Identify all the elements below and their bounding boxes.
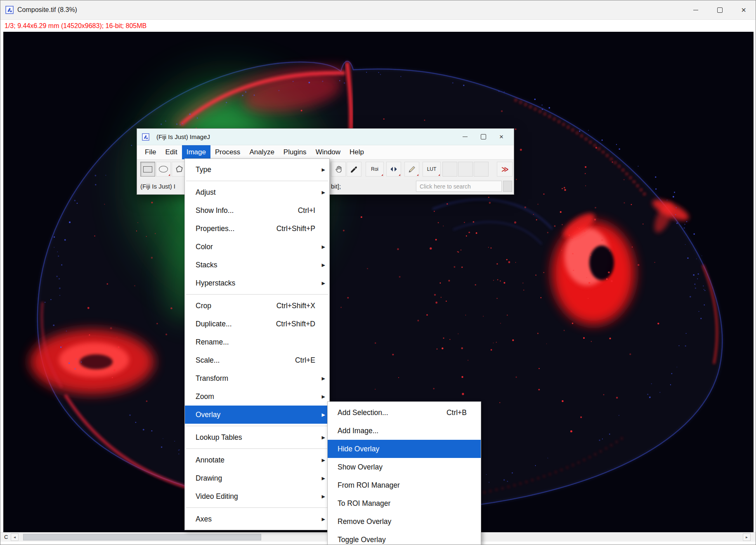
menu-item-label: Axes <box>196 515 212 524</box>
menu-item-label: Color <box>196 243 213 251</box>
scroll-left-button[interactable]: ◄ <box>11 533 19 541</box>
menu-item-label: Overlay <box>196 411 220 419</box>
menu-item-label: Hyperstacks <box>196 279 235 288</box>
menu-plugins[interactable]: Plugins <box>279 145 311 159</box>
menu-item-adjust[interactable]: Adjust▶ <box>185 183 329 201</box>
menu-item-lookup-tables[interactable]: Lookup Tables▶ <box>185 428 329 446</box>
scrollbar-thumb[interactable] <box>23 534 261 540</box>
status-text-right: bit]; <box>331 183 341 190</box>
menu-item-shortcut: Ctrl+Shift+P <box>276 224 319 233</box>
menu-item-label: Annotate <box>196 456 224 465</box>
menu-item-transform[interactable]: Transform▶ <box>185 369 329 387</box>
menu-analyze[interactable]: Analyze <box>245 145 279 159</box>
menu-image[interactable]: Image <box>182 145 210 159</box>
menu-item-to-roi-manager[interactable]: To ROI Manager <box>328 494 481 512</box>
menu-item-hyperstacks[interactable]: Hyperstacks▶ <box>185 274 329 292</box>
search-input[interactable] <box>416 181 502 192</box>
menu-process[interactable]: Process <box>210 145 245 159</box>
menu-item-crop[interactable]: CropCtrl+Shift+X <box>185 297 329 315</box>
tool-menu-arrow-icon <box>399 174 400 176</box>
menu-help[interactable]: Help <box>345 145 369 159</box>
menu-item-label: Scale... <box>196 356 220 365</box>
menu-edit[interactable]: Edit <box>161 145 182 159</box>
menu-item-show-overlay[interactable]: Show Overlay <box>328 458 481 476</box>
image-menu-dropdown: Type▶Adjust▶Show Info...Ctrl+IProperties… <box>184 158 330 530</box>
menu-item-label: Zoom <box>196 392 214 401</box>
status-text-left: (Fiji Is Just) I <box>140 183 175 190</box>
menu-item-show-info[interactable]: Show Info...Ctrl+I <box>185 201 329 219</box>
menu-item-from-roi-manager[interactable]: From ROI Manager <box>328 476 481 494</box>
menu-item-add-selection[interactable]: Add Selection...Ctrl+B <box>328 403 481 422</box>
statusbar-grip <box>503 181 512 192</box>
menu-item-video-editing[interactable]: Video Editing▶ <box>185 487 329 505</box>
menu-item-label: Rename... <box>196 338 229 347</box>
menu-item-duplicate[interactable]: Duplicate...Ctrl+Shift+D <box>185 315 329 333</box>
tool-empty-slot-2-button[interactable] <box>458 162 473 177</box>
menu-item-toggle-overlay[interactable]: Toggle Overlay <box>328 531 481 545</box>
menu-item-label: Show Overlay <box>338 463 383 472</box>
menu-item-type[interactable]: Type▶ <box>185 160 329 179</box>
tool-roi-button[interactable]: Roi <box>366 162 384 177</box>
image-info-line: 1/3; 9.44x6.29 mm (14520x9683); 16-bit; … <box>0 20 756 32</box>
menu-item-shortcut: Ctrl+Shift+X <box>276 302 319 310</box>
menu-item-label: Hide Overlay <box>338 445 379 453</box>
tool-hand-button[interactable] <box>331 162 346 177</box>
tool-sync-arrows-button[interactable] <box>386 162 401 177</box>
submenu-arrow-icon: ▶ <box>319 244 325 250</box>
menu-item-label: Add Image... <box>338 427 378 435</box>
minimize-icon <box>463 137 468 137</box>
fiji-close-button[interactable]: × <box>492 129 510 145</box>
menu-item-properties[interactable]: Properties...Ctrl+Shift+P <box>185 219 329 238</box>
minimize-button[interactable] <box>684 0 708 19</box>
menu-item-axes[interactable]: Axes▶ <box>185 510 329 528</box>
submenu-arrow-icon: ▶ <box>319 494 325 499</box>
fiji-maximize-button[interactable] <box>474 129 492 145</box>
tool-color-picker-button[interactable] <box>347 162 361 177</box>
menu-separator <box>186 507 328 508</box>
menu-item-shortcut: Ctrl+B <box>447 408 471 417</box>
scroll-right-button[interactable]: ► <box>743 533 751 541</box>
menu-item-drawing[interactable]: Drawing▶ <box>185 469 329 487</box>
tool-lut-button[interactable]: LUT <box>423 162 441 177</box>
menu-item-label: Remove Overlay <box>338 517 391 526</box>
submenu-arrow-icon: ▶ <box>319 517 325 522</box>
menu-window[interactable]: Window <box>311 145 345 159</box>
menu-item-add-image[interactable]: Add Image... <box>328 422 481 440</box>
maximize-button[interactable] <box>708 0 732 19</box>
menu-item-shortcut: Ctrl+I <box>298 206 319 215</box>
menu-separator <box>186 294 328 295</box>
submenu-arrow-icon: ▶ <box>319 281 325 286</box>
menu-item-overlay[interactable]: Overlay▶ <box>185 406 329 424</box>
menu-item-color[interactable]: Color▶ <box>185 238 329 256</box>
tool-empty-slot-3-button[interactable] <box>474 162 489 177</box>
tool-pencil-button[interactable] <box>404 162 419 177</box>
menu-file[interactable]: File <box>140 145 161 159</box>
submenu-arrow-icon: ▶ <box>319 262 325 268</box>
tool-menu-arrow-icon <box>168 174 170 176</box>
main-window-titlebar[interactable]: Composite.tif (8.3%) × <box>0 0 756 20</box>
menu-item-zoom[interactable]: Zoom▶ <box>185 387 329 406</box>
tool-more-tools-button[interactable]: ≫ <box>497 162 513 177</box>
menu-separator <box>186 181 328 181</box>
tool-empty-slot-1-button[interactable] <box>442 162 457 177</box>
fiji-window-controls: × <box>456 129 510 145</box>
tool-menu-arrow-icon <box>381 174 383 176</box>
menu-item-hide-overlay[interactable]: Hide Overlay <box>328 440 481 458</box>
overlay-submenu: Add Selection...Ctrl+BAdd Image...Hide O… <box>327 401 481 545</box>
tool-rectangle-button[interactable] <box>140 162 155 177</box>
menu-item-stacks[interactable]: Stacks▶ <box>185 256 329 274</box>
menu-item-label: Stacks <box>196 261 217 269</box>
menu-item-annotate[interactable]: Annotate▶ <box>185 451 329 469</box>
menu-item-label: Video Editing <box>196 492 238 501</box>
tool-oval-button[interactable] <box>156 162 171 177</box>
fiji-minimize-button[interactable] <box>456 129 474 145</box>
menu-item-scale[interactable]: Scale...Ctrl+E <box>185 351 329 369</box>
fiji-titlebar[interactable]: (Fiji Is Just) ImageJ × <box>137 129 514 145</box>
menu-separator <box>186 426 328 426</box>
fiji-window-title: (Fiji Is Just) ImageJ <box>156 133 210 140</box>
close-button[interactable]: × <box>732 0 756 19</box>
menu-item-rename[interactable]: Rename... <box>185 333 329 351</box>
submenu-arrow-icon: ▶ <box>319 476 325 481</box>
main-window-controls: × <box>684 0 756 19</box>
menu-item-remove-overlay[interactable]: Remove Overlay <box>328 512 481 531</box>
